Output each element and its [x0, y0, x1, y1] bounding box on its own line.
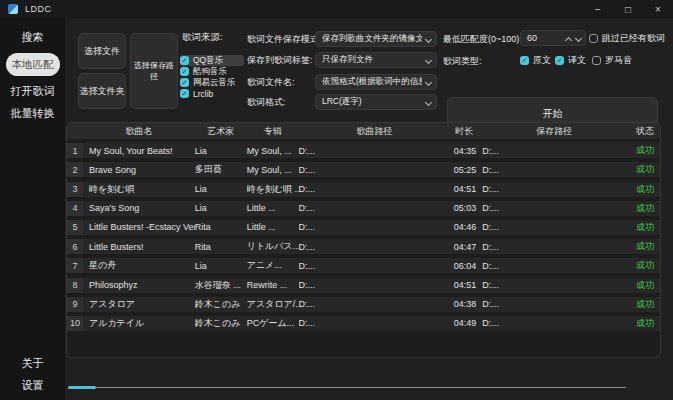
table-row[interactable]: 4 Saya's Song Lia Little ... D:... 05:03… — [67, 201, 660, 216]
table-row[interactable]: 6 Little Busters! Rita リトルバス... D:... 04… — [67, 239, 660, 254]
lyric-type-label: 歌词类型: — [443, 55, 482, 68]
table-row[interactable]: 7 星の舟 Lia アニメ... D:... 06:04 D:... 成功 — [67, 258, 660, 273]
table-row[interactable]: 3 時を刻む唄 Lia 時を刻む唄 ... D:... 04:51 D:... … — [67, 182, 660, 197]
table-row[interactable]: 5 Little Busters! -Ecstacy Ver.- Rita Li… — [67, 220, 660, 235]
sidebar-item-batch-convert[interactable]: 批量转换 — [0, 102, 65, 124]
col-song[interactable]: 歌曲名 — [83, 123, 195, 139]
sidebar-item-settings[interactable]: 设置 — [0, 374, 65, 396]
checkbox-checked-icon[interactable]: ✓ — [520, 56, 529, 65]
table-header: 歌曲名 艺术家 专辑 歌曲路径 时长 保存路径 状态 — [67, 123, 660, 139]
chevron-down-icon — [425, 36, 432, 43]
filename-label: 歌词文件名: — [247, 76, 295, 89]
status-badge: 成功 — [630, 258, 660, 273]
sidebar-item-open-lyrics[interactable]: 打开歌词 — [0, 80, 65, 102]
filename-dropdown[interactable]: 依照格式(根据歌词中的信息) — [315, 74, 437, 90]
maximize-button[interactable]: □ — [613, 0, 643, 18]
sidebar: 搜索 本地匹配 打开歌词 批量转换 关于 设置 — [0, 18, 65, 400]
source-item-qq-music[interactable]: ✓ QQ音乐 — [180, 55, 244, 66]
select-file-button[interactable]: 选择文件 — [78, 33, 126, 69]
status-badge: 成功 — [630, 143, 660, 158]
table-row[interactable]: 1 My Soul, Your Beats! Lia My Soul, ... … — [67, 143, 660, 158]
col-duration[interactable]: 时长 — [450, 123, 478, 139]
chevron-down-icon — [425, 57, 432, 64]
source-item-netease-music[interactable]: ✓ 网易云音乐 — [180, 77, 244, 88]
skip-existing-checkbox[interactable]: 跳过已经有歌词 — [589, 32, 665, 45]
lyric-type-translation-checkbox[interactable]: ✓ 译文 — [555, 54, 586, 67]
status-badge: 成功 — [630, 278, 660, 293]
checkbox-checked-icon[interactable]: ✓ — [555, 56, 564, 65]
select-folder-button[interactable]: 选择文件夹 — [78, 73, 126, 109]
select-save-path-button[interactable]: 选择保存路径 — [130, 33, 178, 109]
format-dropdown[interactable]: LRC(逐字) — [315, 94, 437, 110]
lyric-type-original-checkbox[interactable]: ✓ 原文 — [520, 54, 551, 67]
main-content: 选择文件 选择文件夹 选择保存路径 歌词来源: ✓ QQ音乐 ✓ 酷狗音乐 ✓ … — [65, 18, 673, 400]
save-mode-label: 歌词文件保存模式: — [247, 33, 322, 46]
spin-down-icon[interactable] — [575, 34, 582, 41]
min-match-label: 最低匹配度(0~100): — [443, 33, 522, 46]
progress-track — [68, 387, 626, 388]
status-badge: 成功 — [630, 220, 660, 235]
results-table: 歌曲名 艺术家 专辑 歌曲路径 时长 保存路径 状态 1 My Soul, Yo… — [66, 122, 661, 358]
progress-bar — [68, 385, 626, 390]
status-badge: 成功 — [630, 239, 660, 254]
checkbox-checked-icon[interactable]: ✓ — [180, 67, 189, 76]
table-row[interactable]: 2 Brave Song 多田葵 My Soul, ... D:... 05:2… — [67, 162, 660, 177]
close-button[interactable]: × — [643, 0, 673, 18]
format-label: 歌词格式: — [247, 96, 286, 109]
status-badge: 成功 — [630, 316, 660, 331]
sidebar-item-search[interactable]: 搜索 — [0, 26, 65, 48]
source-item-kugou-music[interactable]: ✓ 酷狗音乐 — [180, 66, 244, 77]
col-path[interactable]: 歌曲路径 — [299, 123, 451, 139]
sidebar-item-about[interactable]: 关于 — [0, 352, 65, 374]
chevron-down-icon — [425, 79, 432, 86]
checkbox-checked-icon[interactable]: ✓ — [180, 56, 189, 65]
table-row[interactable]: 9 アスタロア 鈴木このみ アスタロア/... D:... 04:38 D:..… — [67, 297, 660, 312]
col-album[interactable]: 专辑 — [247, 123, 299, 139]
checkbox-unchecked-icon[interactable] — [589, 34, 598, 43]
table-row[interactable]: 10 アルカテイル 鈴木このみ PCゲーム... D:... 04:49 D:.… — [67, 316, 660, 331]
title-bar: LDDC − □ × — [0, 0, 673, 18]
chevron-down-icon — [425, 99, 432, 106]
save-tag-dropdown[interactable]: 只保存到文件 — [315, 52, 437, 68]
checkbox-checked-icon[interactable]: ✓ — [180, 89, 189, 98]
lyric-type-romaji-checkbox[interactable]: 罗马音 — [592, 54, 632, 67]
app-logo-icon — [8, 4, 18, 14]
min-match-spinbox[interactable]: 60 — [520, 30, 586, 46]
col-status[interactable]: 状态 — [630, 123, 660, 139]
save-tag-label: 保存到歌词标签: — [247, 54, 313, 67]
window-title: LDDC — [25, 4, 52, 14]
checkbox-checked-icon[interactable]: ✓ — [180, 78, 189, 87]
minimize-button[interactable]: − — [583, 0, 613, 18]
status-badge: 成功 — [630, 297, 660, 312]
status-badge: 成功 — [630, 162, 660, 177]
source-item-lrclib[interactable]: ✓ Lrclib — [180, 88, 244, 99]
checkbox-unchecked-icon[interactable] — [592, 56, 601, 65]
progress-fill — [68, 386, 96, 390]
save-mode-dropdown[interactable]: 保存到歌曲文件夹的镜像文件夹 — [315, 31, 437, 47]
col-artist[interactable]: 艺术家 — [195, 123, 247, 139]
spin-up-icon[interactable] — [565, 37, 572, 44]
col-save-path[interactable]: 保存路径 — [478, 123, 630, 139]
lyric-source-label: 歌词来源: — [182, 31, 223, 44]
sidebar-item-local-match-active[interactable]: 本地匹配 — [6, 53, 60, 76]
status-badge: 成功 — [630, 182, 660, 197]
status-badge: 成功 — [630, 201, 660, 216]
table-row[interactable]: 8 Philosophyz 水谷瑠奈 ... Rewrite ... D:...… — [67, 278, 660, 293]
